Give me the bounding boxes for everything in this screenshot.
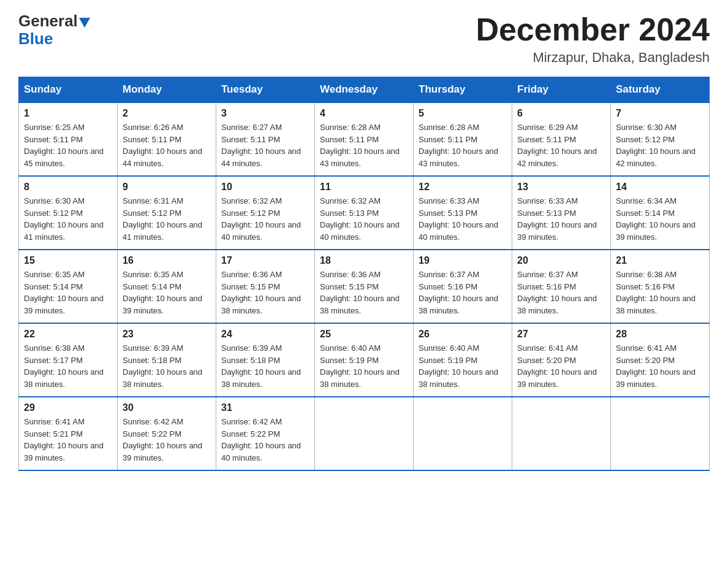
day-info: Sunrise: 6:41 AM Sunset: 5:20 PM Dayligh… (616, 342, 704, 390)
day-info: Sunrise: 6:33 AM Sunset: 5:13 PM Dayligh… (419, 195, 507, 243)
day-number: 7 (616, 108, 704, 119)
day-number: 10 (221, 182, 309, 193)
day-info: Sunrise: 6:35 AM Sunset: 5:14 PM Dayligh… (123, 269, 211, 316)
day-number: 13 (517, 182, 605, 193)
calendar-cell: 10 Sunrise: 6:32 AM Sunset: 5:12 PM Dayl… (216, 176, 315, 250)
calendar-cell: 17 Sunrise: 6:36 AM Sunset: 5:15 PM Dayl… (216, 250, 315, 323)
day-number: 17 (221, 255, 309, 266)
day-info: Sunrise: 6:40 AM Sunset: 5:19 PM Dayligh… (419, 342, 507, 390)
day-number: 19 (419, 255, 507, 266)
day-number: 4 (320, 108, 408, 119)
day-info: Sunrise: 6:38 AM Sunset: 5:17 PM Dayligh… (24, 342, 112, 390)
day-number: 25 (320, 329, 408, 340)
calendar-cell: 11 Sunrise: 6:32 AM Sunset: 5:13 PM Dayl… (315, 176, 414, 250)
calendar-cell: 27 Sunrise: 6:41 AM Sunset: 5:20 PM Dayl… (512, 323, 611, 397)
day-number: 14 (616, 182, 704, 193)
calendar-cell (414, 397, 512, 470)
day-number: 23 (123, 329, 211, 340)
calendar-table: SundayMondayTuesdayWednesdayThursdayFrid… (18, 77, 710, 471)
day-info: Sunrise: 6:36 AM Sunset: 5:15 PM Dayligh… (221, 269, 309, 316)
weekday-header-friday: Friday (512, 77, 611, 103)
day-info: Sunrise: 6:37 AM Sunset: 5:16 PM Dayligh… (419, 269, 507, 316)
day-number: 6 (517, 108, 605, 119)
calendar-cell: 26 Sunrise: 6:40 AM Sunset: 5:19 PM Dayl… (414, 323, 512, 397)
day-info: Sunrise: 6:27 AM Sunset: 5:11 PM Dayligh… (221, 121, 309, 169)
weekday-header-sunday: Sunday (19, 77, 118, 103)
day-number: 3 (221, 108, 309, 119)
weekday-header-wednesday: Wednesday (315, 77, 414, 103)
calendar-cell: 23 Sunrise: 6:39 AM Sunset: 5:18 PM Dayl… (118, 323, 216, 397)
day-info: Sunrise: 6:28 AM Sunset: 5:11 PM Dayligh… (419, 121, 507, 169)
day-info: Sunrise: 6:42 AM Sunset: 5:22 PM Dayligh… (123, 416, 211, 464)
weekday-header-thursday: Thursday (414, 77, 512, 103)
day-info: Sunrise: 6:32 AM Sunset: 5:13 PM Dayligh… (320, 195, 408, 243)
day-number: 16 (123, 255, 211, 266)
day-number: 9 (123, 182, 211, 193)
day-info: Sunrise: 6:39 AM Sunset: 5:18 PM Dayligh… (123, 342, 211, 390)
calendar-cell (512, 397, 611, 470)
logo: General Blue (18, 12, 90, 47)
day-number: 22 (24, 329, 112, 340)
day-info: Sunrise: 6:32 AM Sunset: 5:12 PM Dayligh… (221, 195, 309, 243)
day-info: Sunrise: 6:25 AM Sunset: 5:11 PM Dayligh… (24, 121, 112, 169)
day-number: 20 (517, 255, 605, 266)
day-number: 26 (419, 329, 507, 340)
calendar-week-row: 8 Sunrise: 6:30 AM Sunset: 5:12 PM Dayli… (19, 176, 710, 250)
calendar-cell: 15 Sunrise: 6:35 AM Sunset: 5:14 PM Dayl… (19, 250, 118, 323)
logo-general-text: General (18, 12, 78, 30)
day-info: Sunrise: 6:30 AM Sunset: 5:12 PM Dayligh… (24, 195, 112, 243)
calendar-cell: 19 Sunrise: 6:37 AM Sunset: 5:16 PM Dayl… (414, 250, 512, 323)
day-number: 15 (24, 255, 112, 266)
day-info: Sunrise: 6:41 AM Sunset: 5:21 PM Dayligh… (24, 416, 112, 464)
day-number: 30 (123, 402, 211, 413)
day-number: 24 (221, 329, 309, 340)
calendar-cell (315, 397, 414, 470)
calendar-cell: 31 Sunrise: 6:42 AM Sunset: 5:22 PM Dayl… (216, 397, 315, 470)
calendar-cell (611, 397, 710, 470)
day-info: Sunrise: 6:28 AM Sunset: 5:11 PM Dayligh… (320, 121, 408, 169)
title-block: December 2024 Mirzapur, Dhaka, Banglades… (476, 12, 710, 66)
day-number: 2 (123, 108, 211, 119)
day-number: 27 (517, 329, 605, 340)
calendar-cell: 25 Sunrise: 6:40 AM Sunset: 5:19 PM Dayl… (315, 323, 414, 397)
day-info: Sunrise: 6:42 AM Sunset: 5:22 PM Dayligh… (221, 416, 309, 464)
day-info: Sunrise: 6:40 AM Sunset: 5:19 PM Dayligh… (320, 342, 408, 390)
logo-triangle-icon (79, 18, 90, 28)
day-number: 29 (24, 402, 112, 413)
calendar-cell: 13 Sunrise: 6:33 AM Sunset: 5:13 PM Dayl… (512, 176, 611, 250)
calendar-cell: 3 Sunrise: 6:27 AM Sunset: 5:11 PM Dayli… (216, 102, 315, 176)
calendar-cell: 4 Sunrise: 6:28 AM Sunset: 5:11 PM Dayli… (315, 102, 414, 176)
day-info: Sunrise: 6:41 AM Sunset: 5:20 PM Dayligh… (517, 342, 605, 390)
day-info: Sunrise: 6:37 AM Sunset: 5:16 PM Dayligh… (517, 269, 605, 316)
day-number: 11 (320, 182, 408, 193)
calendar-cell: 21 Sunrise: 6:38 AM Sunset: 5:16 PM Dayl… (611, 250, 710, 323)
calendar-cell: 30 Sunrise: 6:42 AM Sunset: 5:22 PM Dayl… (118, 397, 216, 470)
calendar-cell: 20 Sunrise: 6:37 AM Sunset: 5:16 PM Dayl… (512, 250, 611, 323)
weekday-header-saturday: Saturday (611, 77, 710, 103)
day-number: 5 (419, 108, 507, 119)
day-info: Sunrise: 6:30 AM Sunset: 5:12 PM Dayligh… (616, 121, 704, 169)
day-info: Sunrise: 6:34 AM Sunset: 5:14 PM Dayligh… (616, 195, 704, 243)
weekday-header-monday: Monday (118, 77, 216, 103)
calendar-cell: 7 Sunrise: 6:30 AM Sunset: 5:12 PM Dayli… (611, 102, 710, 176)
month-title: December 2024 (476, 12, 710, 47)
calendar-cell: 24 Sunrise: 6:39 AM Sunset: 5:18 PM Dayl… (216, 323, 315, 397)
day-info: Sunrise: 6:35 AM Sunset: 5:14 PM Dayligh… (24, 269, 112, 316)
calendar-cell: 2 Sunrise: 6:26 AM Sunset: 5:11 PM Dayli… (118, 102, 216, 176)
day-number: 12 (419, 182, 507, 193)
calendar-cell: 6 Sunrise: 6:29 AM Sunset: 5:11 PM Dayli… (512, 102, 611, 176)
calendar-week-row: 22 Sunrise: 6:38 AM Sunset: 5:17 PM Dayl… (19, 323, 710, 397)
calendar-cell: 5 Sunrise: 6:28 AM Sunset: 5:11 PM Dayli… (414, 102, 512, 176)
calendar-cell: 22 Sunrise: 6:38 AM Sunset: 5:17 PM Dayl… (19, 323, 118, 397)
day-number: 8 (24, 182, 112, 193)
calendar-week-row: 29 Sunrise: 6:41 AM Sunset: 5:21 PM Dayl… (19, 397, 710, 470)
day-number: 18 (320, 255, 408, 266)
day-number: 21 (616, 255, 704, 266)
calendar-cell: 9 Sunrise: 6:31 AM Sunset: 5:12 PM Dayli… (118, 176, 216, 250)
calendar-cell: 28 Sunrise: 6:41 AM Sunset: 5:20 PM Dayl… (611, 323, 710, 397)
day-info: Sunrise: 6:36 AM Sunset: 5:15 PM Dayligh… (320, 269, 408, 316)
calendar-cell: 29 Sunrise: 6:41 AM Sunset: 5:21 PM Dayl… (19, 397, 118, 470)
day-info: Sunrise: 6:31 AM Sunset: 5:12 PM Dayligh… (123, 195, 211, 243)
weekday-header-tuesday: Tuesday (216, 77, 315, 103)
calendar-cell: 12 Sunrise: 6:33 AM Sunset: 5:13 PM Dayl… (414, 176, 512, 250)
